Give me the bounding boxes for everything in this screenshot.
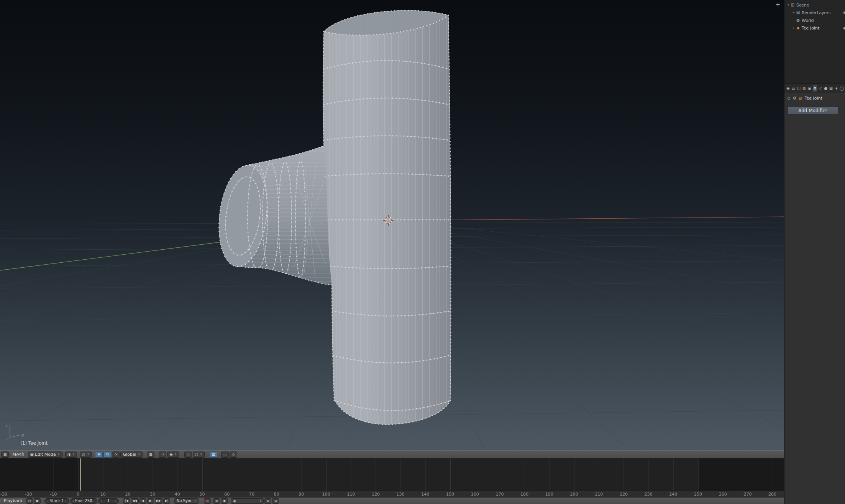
tab-world[interactable]: ◍ <box>802 85 807 92</box>
add-modifier-button[interactable]: Add Modifier <box>788 106 838 115</box>
frame-gridline <box>227 458 227 491</box>
viewport-3d[interactable]: z y (1) Tee Joint + <box>0 0 784 450</box>
frame-gridline <box>326 458 327 491</box>
viewport-shading-dropdown[interactable]: ◑⇕ <box>65 452 77 458</box>
opengl-render-button[interactable]: ▭ <box>221 452 229 458</box>
jump-to-end-button[interactable]: ▶| <box>163 498 170 504</box>
disclosure-icon[interactable]: ▾ <box>786 3 790 7</box>
ruler-tick-label: 90 <box>299 492 304 497</box>
delete-keyframe-button-icon: ⊟ <box>274 499 277 502</box>
ruler-tick-label: 170 <box>496 492 504 497</box>
decrement-arrow-icon[interactable]: ‹ <box>101 499 102 503</box>
pin-icon[interactable]: ⊙ <box>787 96 790 100</box>
jump-to-start-button[interactable]: |◀ <box>123 498 130 504</box>
current-frame-indicator[interactable] <box>80 458 81 491</box>
restrict-column-icon[interactable]: ▣ <box>843 11 845 15</box>
decrement-arrow-icon[interactable]: ‹ <box>73 499 74 503</box>
end-frame-field[interactable]: ‹End:250› <box>70 498 98 504</box>
use-preview-range-button[interactable]: ◷ <box>26 498 33 504</box>
current-frame-field-value: 1 <box>107 499 110 503</box>
orientation-dropdown[interactable]: Global⇕ <box>120 452 143 458</box>
frame-gridline <box>153 458 153 491</box>
decrement-arrow-icon[interactable]: ‹ <box>47 499 49 503</box>
current-frame-field[interactable]: ‹1› <box>98 498 119 504</box>
frame-gridline <box>301 458 302 491</box>
viewport-header-toolbar: ▦Mesh▣Edit Mode⇕◑⇕◎⇕⊕↻⇲Global⇕▦∪◉⇕◌○⇕▥▭◇ <box>0 450 784 458</box>
outliner-item-tee-joint[interactable]: ▸◆Tee Joint● <box>784 24 845 32</box>
dropdown-arrow-icon: ⇕ <box>259 499 262 502</box>
disclosure-icon[interactable]: ▸ <box>792 11 796 14</box>
tab-render-layers[interactable]: ▤ <box>791 85 796 92</box>
disclosure-icon[interactable]: ▸ <box>792 26 796 29</box>
increment-arrow-icon[interactable]: › <box>115 499 116 503</box>
editor-type-button[interactable]: ▦ <box>1 452 9 458</box>
start-frame-field[interactable]: ‹Start:1› <box>44 498 69 504</box>
record-button[interactable]: ● <box>204 498 211 504</box>
play-button-icon: ▶ <box>149 499 151 502</box>
frame-gridline <box>177 458 178 491</box>
sync-toggle-a[interactable]: ● <box>213 498 220 504</box>
lock-time-button[interactable]: ▣ <box>34 498 41 504</box>
keying-set-dropdown[interactable]: ◈⇕ <box>231 498 264 504</box>
tab-modifiers[interactable]: ⚙ <box>812 85 817 92</box>
frame-gridline <box>53 458 54 491</box>
delete-keyframe-button[interactable]: ⊟ <box>272 498 279 504</box>
tab-scene[interactable]: ◫ <box>796 85 801 92</box>
sync-toggle-b[interactable]: ◉ <box>221 498 228 504</box>
mode-dropdown[interactable]: ▣Edit Mode⇕ <box>28 452 62 458</box>
snap-element-dropdown[interactable]: ◉⇕ <box>167 452 179 458</box>
ruler-tick-label: 120 <box>372 492 380 497</box>
ruler-tick-label: 110 <box>347 492 355 497</box>
increment-arrow-icon[interactable]: › <box>94 499 95 503</box>
manipulator-translate-toggle[interactable]: ⊕ <box>95 452 103 458</box>
restrict-column-icon[interactable]: ● <box>843 26 845 30</box>
keying-set-dropdown-icon: ◈ <box>233 499 236 503</box>
sync-dropdown[interactable]: No Sync⇕ <box>174 498 199 504</box>
opengl-render-anim-button[interactable]: ◇ <box>230 452 237 458</box>
tab-particles[interactable]: ∗ <box>834 85 839 92</box>
ruler-tick-label: 270 <box>743 492 751 497</box>
play-reverse-button[interactable]: ◀ <box>139 498 146 504</box>
insert-keyframe-button[interactable]: ⊞ <box>264 498 271 504</box>
ruler-tick-label: 280 <box>768 492 776 497</box>
tab-physics[interactable]: ◯ <box>839 85 844 92</box>
tab-object[interactable]: ▣ <box>807 85 812 92</box>
proportional-edit-dropdown[interactable]: ○⇕ <box>193 452 205 458</box>
play-button[interactable]: ▶ <box>147 498 154 504</box>
opengl-render-button-icon: ▭ <box>223 453 227 456</box>
wrench-icon: ⚙ <box>792 96 796 101</box>
timeline-canvas[interactable] <box>0 458 784 491</box>
outliner-item-scene[interactable]: ▾◫Scene <box>784 1 845 9</box>
occlude-geometry-toggle[interactable]: ▥ <box>210 452 217 458</box>
next-keyframe-button[interactable]: ▶▶ <box>155 498 162 504</box>
manipulator-rotate-toggle[interactable]: ↻ <box>103 452 111 458</box>
area-corner-plus-icon[interactable]: + <box>774 1 782 8</box>
frame-gridline <box>4 458 4 491</box>
frame-gridline <box>376 458 376 491</box>
tab-texture[interactable]: ▦ <box>829 85 834 92</box>
pivot-center-dropdown[interactable]: ◎⇕ <box>80 452 92 458</box>
origin-button[interactable]: ◌ <box>184 452 192 458</box>
tab-data[interactable]: ▽ <box>818 85 823 92</box>
increment-arrow-icon[interactable]: › <box>65 499 67 503</box>
snap-element-dropdown-icon: ◉ <box>169 453 173 457</box>
outliner-item-world[interactable]: ◍World <box>784 16 845 24</box>
snap-magnet-toggle[interactable]: ∪ <box>159 452 166 458</box>
viewport-canvas[interactable] <box>0 0 784 450</box>
outliner-item-label: RenderLayers <box>802 10 831 15</box>
timeline-ruler[interactable]: -30-20-100102030405060708090100110120130… <box>0 491 784 497</box>
tee-joint-mesh[interactable] <box>213 7 454 429</box>
ruler-tick-label: 130 <box>397 492 405 497</box>
playback-menu[interactable]: Playback <box>1 498 25 503</box>
layers-widget[interactable]: ▦ <box>147 452 154 458</box>
tab-render[interactable]: ◉ <box>786 85 791 92</box>
context-object-label: Tee Joint <box>805 96 822 101</box>
mesh-menu[interactable]: Mesh <box>10 452 27 457</box>
orientation-dropdown-label: Global <box>123 452 136 457</box>
manipulator-scale-toggle[interactable]: ⇲ <box>112 452 120 458</box>
timeline-header-toolbar: Playback◷▣‹Start:1›‹End:250›‹1›|◀◀◀◀▶▶▶▶… <box>0 497 784 504</box>
outliner-item-renderlayers[interactable]: ▸▤RenderLayers▣ <box>784 9 845 16</box>
tab-material[interactable]: ● <box>823 85 828 92</box>
prev-keyframe-button[interactable]: ◀◀ <box>131 498 138 504</box>
spacer <box>120 501 122 501</box>
